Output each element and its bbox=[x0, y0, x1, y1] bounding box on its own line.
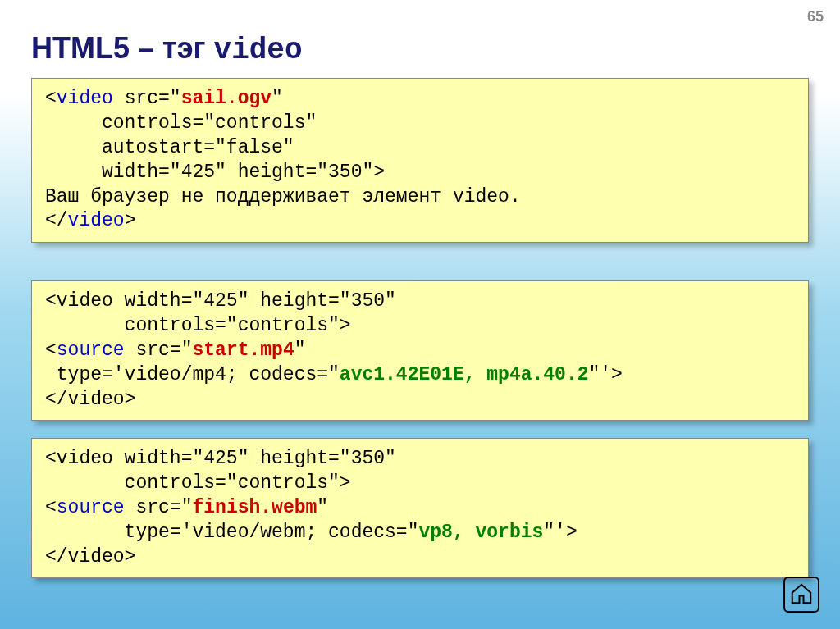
code-text: > bbox=[125, 210, 136, 231]
code-text: " bbox=[272, 88, 283, 109]
code-text: <video width="425" height="350" bbox=[45, 290, 408, 312]
code-text: < bbox=[45, 497, 57, 518]
code-text: </ bbox=[45, 210, 68, 231]
home-button[interactable] bbox=[783, 577, 819, 613]
code-text: controls="controls"> bbox=[45, 472, 351, 494]
page-number: 65 bbox=[807, 8, 824, 25]
code-value: finish.webm bbox=[192, 497, 317, 518]
code-value: start.mp4 bbox=[192, 340, 294, 361]
code-text: </video> bbox=[45, 389, 135, 410]
code-tag: source bbox=[57, 340, 125, 361]
code-text: type='video/webm; codecs=" bbox=[45, 522, 418, 543]
code-tag: video bbox=[68, 210, 125, 231]
code-text: < bbox=[45, 340, 57, 361]
code-block-2: <video width="425" height="350" controls… bbox=[31, 280, 809, 421]
code-text: src=" bbox=[125, 340, 193, 361]
home-icon bbox=[789, 581, 814, 606]
code-text: < bbox=[45, 88, 57, 109]
code-value: sail.ogv bbox=[181, 88, 272, 109]
code-text: autostart="false" bbox=[45, 137, 294, 158]
code-text: src=" bbox=[125, 497, 193, 518]
title-tag: video bbox=[214, 34, 303, 67]
code-text: "'> bbox=[589, 364, 623, 385]
code-text: controls="controls"> bbox=[45, 315, 351, 336]
code-text: width="425" height="350"> bbox=[45, 162, 385, 183]
code-text: "'> bbox=[543, 522, 577, 543]
code-text: Ваш браузер не поддерживает элемент vide… bbox=[45, 186, 521, 207]
code-text: </video> bbox=[45, 546, 135, 567]
code-codec: vp8, vorbis bbox=[418, 522, 543, 543]
title-text: HTML5 – тэг bbox=[31, 31, 214, 65]
slide-title: HTML5 – тэг video bbox=[31, 31, 303, 67]
code-text: " bbox=[294, 340, 306, 361]
code-block-1: <video src="sail.ogv" controls="controls… bbox=[31, 78, 809, 243]
code-text: src=" bbox=[113, 88, 181, 109]
code-text: <video width="425" height="350" bbox=[45, 448, 408, 469]
code-block-3: <video width="425" height="350" controls… bbox=[31, 438, 809, 578]
code-tag: source bbox=[57, 497, 125, 518]
code-codec: avc1.42E01E, mp4a.40.2 bbox=[340, 364, 589, 385]
code-tag: video bbox=[57, 88, 113, 109]
code-text: " bbox=[317, 497, 328, 518]
code-text: controls="controls" bbox=[45, 112, 317, 134]
code-text: type='video/mp4; codecs=" bbox=[45, 364, 340, 385]
